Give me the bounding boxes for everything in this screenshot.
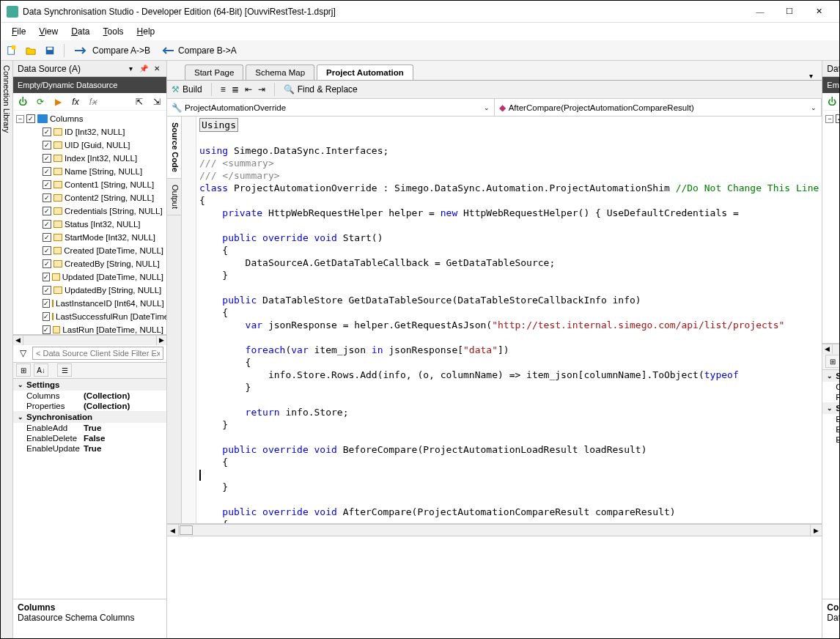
open-project-button[interactable] (23, 43, 39, 59)
tree-checkbox[interactable]: ✓ (43, 286, 51, 295)
tree-column-item[interactable]: ✓LastInstanceID [Int64, NULL] (16, 297, 163, 310)
propgrid-icon[interactable]: ☰ (57, 363, 72, 377)
menu-view[interactable]: View (32, 24, 65, 39)
tree-checkbox[interactable]: ✓ (43, 154, 51, 163)
dest-columns-tree[interactable]: −✓Columns✓ID [Int32, NULL]✓UID [Guid, NU… (822, 111, 840, 344)
tree-checkbox[interactable]: ✓ (43, 141, 51, 149)
categorized-icon[interactable]: ⊞ (825, 355, 840, 368)
tree-checkbox[interactable]: ✓ (43, 273, 50, 281)
tree-collapse-icon[interactable]: − (16, 115, 24, 123)
tree-checkbox[interactable]: ✓ (43, 246, 51, 255)
menu-file[interactable]: File (5, 24, 32, 39)
tree-column-item[interactable]: ✓StartMode [Int32, NULL] (16, 231, 163, 244)
tree-column-item[interactable]: ✓LastSuccessfulRun [DateTime, NULL] (16, 310, 163, 323)
source-columns-tree[interactable]: −✓Columns✓ID [Int32, NULL]✓UID [Guid, NU… (13, 111, 166, 335)
import-icon[interactable]: ⇲ (150, 95, 163, 108)
tree-column-item[interactable]: ✓UID [Guid, NULL] (16, 138, 163, 152)
tree-column-item[interactable]: ✓Updated [DateTime, NULL] (825, 270, 840, 284)
tree-checkbox[interactable]: ✓ (43, 180, 51, 189)
tree-column-item[interactable]: ✓CreatedBy [String, NULL] (16, 257, 163, 270)
tree-column-item[interactable]: ✓ID [Int32, NULL] (16, 125, 163, 138)
tab-start-page[interactable]: Start Page (185, 64, 243, 80)
close-button[interactable]: ✕ (804, 1, 833, 23)
pane-a-dropdown[interactable]: ▾ (125, 64, 136, 74)
props-b-grid[interactable]: ⌄Settings Columns(Collection) Properties… (822, 370, 840, 599)
outdent-icon[interactable]: ⇤ (245, 84, 252, 95)
tree-checkbox[interactable]: ✓ (836, 114, 840, 123)
output-tab[interactable]: Output (167, 179, 181, 215)
tree-column-item[interactable]: ✓UpdatedBy [String, NULL] (825, 284, 840, 297)
tree-b-hscroll[interactable]: ◀▶ (822, 344, 840, 354)
build-button[interactable]: ⚒Build (172, 84, 202, 95)
export-icon[interactable]: ⇱ (133, 95, 146, 108)
tab-overflow-icon[interactable]: ▾ (805, 72, 817, 80)
tree-column-item[interactable]: ✓Updated [DateTime, NULL] (16, 270, 163, 284)
indent-icon[interactable]: ⇥ (258, 84, 265, 95)
tree-checkbox[interactable]: ✓ (43, 299, 50, 308)
find-replace-button[interactable]: 🔍Find & Replace (284, 84, 358, 95)
tree-checkbox[interactable]: ✓ (43, 259, 51, 268)
tree-column-item[interactable]: ✓Index [Int32, NULL] (825, 152, 840, 165)
tree-a-hscroll[interactable]: ◀▶ (13, 335, 166, 345)
tree-column-item[interactable]: ✓LastRun [DateTime, NULL] (825, 323, 840, 336)
source-code-tab[interactable]: Source Code (167, 117, 181, 179)
tree-checkbox[interactable]: ✓ (43, 312, 50, 321)
play-icon[interactable]: ▶ (51, 95, 65, 108)
tree-checkbox[interactable]: ✓ (43, 325, 51, 334)
tree-column-item[interactable]: ✓Credentials [String, NULL] (16, 204, 163, 218)
menu-tools[interactable]: Tools (97, 24, 130, 39)
props-a-sync-cat[interactable]: Synchronisation (26, 413, 92, 421)
maximize-button[interactable]: ☐ (775, 1, 804, 23)
compare-ab-button[interactable]: Compare A->B (70, 45, 153, 56)
source-filter-input[interactable] (32, 347, 163, 360)
tree-column-item[interactable]: ✓UpdatedBy [String, NULL] (16, 284, 163, 297)
tree-column-item[interactable]: ✓Status [Int32, NULL] (825, 218, 840, 231)
props-a-grid[interactable]: ⌄Settings Columns(Collection) Properties… (13, 379, 166, 599)
alphabetical-icon[interactable]: A↓ (34, 363, 48, 377)
props-b-sync-cat[interactable]: Synchronisation (836, 404, 840, 413)
tab-schema-map[interactable]: Schema Map (246, 64, 314, 80)
new-project-button[interactable] (4, 43, 20, 59)
filter-icon[interactable]: ▽ (16, 347, 29, 360)
compare-ba-button[interactable]: Compare B->A (156, 45, 240, 56)
tree-column-item[interactable]: ✓Created [DateTime, NULL] (16, 244, 163, 257)
props-b-settings-cat[interactable]: Settings (836, 372, 840, 380)
output-bottom-pane[interactable] (167, 536, 822, 638)
menu-help[interactable]: Help (130, 24, 162, 39)
editor-hscroll[interactable]: ◀▶ (167, 524, 822, 536)
tree-checkbox[interactable]: ✓ (43, 193, 51, 202)
indent-right-icon[interactable]: ≣ (232, 84, 239, 95)
tree-checkbox[interactable]: ✓ (43, 128, 51, 136)
save-project-button[interactable] (42, 43, 58, 59)
tree-checkbox[interactable]: ✓ (26, 114, 35, 123)
tree-column-item[interactable]: ✓LastInstanceID [Int64, NULL] (825, 297, 840, 310)
code-editor[interactable]: Usings using Simego.DataSync.Interfaces;… (182, 117, 822, 523)
menu-data[interactable]: Data (65, 24, 96, 39)
tree-column-item[interactable]: ✓LastRun [DateTime, NULL] (16, 323, 163, 335)
tree-column-item[interactable]: ✓StartMode [Int32, NULL] (825, 231, 840, 244)
connection-library-dock[interactable]: Connection Library (1, 61, 13, 638)
code-area[interactable]: Usings using Simego.DataSync.Interfaces;… (196, 117, 822, 523)
fx-remove-icon[interactable]: fx̶ (86, 95, 100, 108)
tree-column-item[interactable]: ✓Name [String, NULL] (825, 165, 840, 178)
power-icon[interactable]: ⏻ (16, 95, 29, 108)
tree-column-item[interactable]: ✓Status [Int32, NULL] (16, 218, 163, 231)
tree-column-item[interactable]: ✓Created [DateTime, NULL] (825, 244, 840, 257)
class-dropdown[interactable]: 🔧ProjectAutomationOverride⌄ (167, 99, 495, 116)
indent-left-icon[interactable]: ≡ (221, 84, 226, 95)
fx-icon[interactable]: fx (69, 95, 82, 108)
tree-checkbox[interactable]: ✓ (43, 207, 51, 215)
tree-checkbox[interactable]: ✓ (43, 220, 51, 229)
tree-column-item[interactable]: ✓Content2 [String, NULL] (825, 191, 840, 204)
tree-column-item[interactable]: ✓UID [Guid, NULL] (825, 138, 840, 152)
minimize-button[interactable]: — (745, 1, 775, 23)
member-dropdown[interactable]: ◆AfterCompare(ProjectAutomationCompareRe… (495, 99, 822, 116)
tree-column-item[interactable]: ✓LastSuccessfulRun [DateTime, NULL] (825, 310, 840, 323)
tree-column-item[interactable]: ✓Index [Int32, NULL] (16, 152, 163, 165)
pane-a-close-icon[interactable]: ✕ (152, 64, 162, 74)
tab-project-automation[interactable]: Project Automation (317, 64, 413, 80)
pane-a-pin-icon[interactable]: 📌 (139, 64, 149, 74)
categorized-icon[interactable]: ⊞ (16, 363, 31, 377)
tree-column-item[interactable]: ✓Content2 [String, NULL] (16, 191, 163, 204)
tree-column-item[interactable]: ✓CreatedBy [String, NULL] (825, 257, 840, 270)
